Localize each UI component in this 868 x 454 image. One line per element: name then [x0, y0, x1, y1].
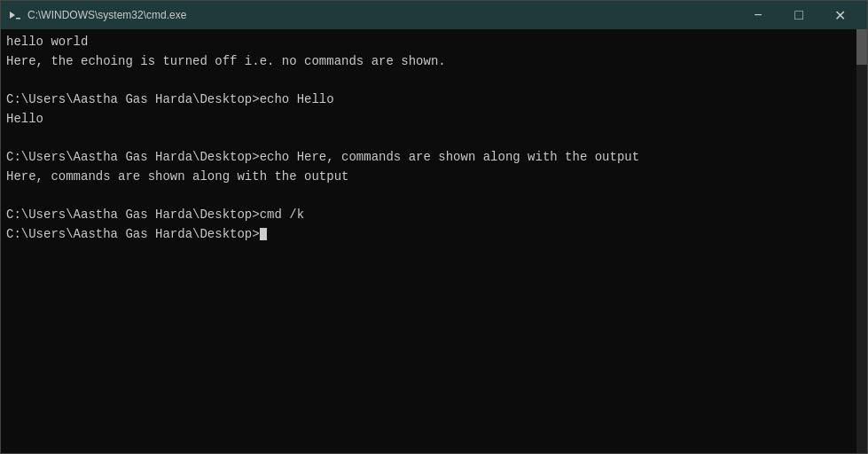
window-title: C:\WINDOWS\system32\cmd.exe — [27, 9, 738, 21]
scrollbar[interactable] — [856, 29, 867, 453]
cmd-window: C:\WINDOWS\system32\cmd.exe − □ ✕ hello … — [0, 0, 868, 454]
cmd-icon — [8, 8, 22, 22]
terminal-body[interactable]: hello world Here, the echoing is turned … — [1, 29, 867, 453]
terminal-line-4: C:\Users\Aastha Gas Harda\Desktop>echo H… — [6, 90, 849, 110]
svg-rect-2 — [16, 18, 20, 20]
terminal-line-1: hello world — [6, 33, 849, 52]
terminal-line-3 — [6, 71, 849, 90]
minimize-button[interactable]: − — [738, 1, 778, 29]
terminal-content: hello world Here, the echoing is turned … — [6, 33, 862, 245]
terminal-line-5: Hello — [6, 110, 849, 129]
title-bar: C:\WINDOWS\system32\cmd.exe − □ ✕ — [1, 1, 867, 29]
terminal-line-7: C:\Users\Aastha Gas Harda\Desktop>echo H… — [6, 148, 849, 168]
window-controls: − □ ✕ — [738, 1, 860, 29]
terminal-line-6 — [6, 129, 849, 148]
terminal-line-11: C:\Users\Aastha Gas Harda\Desktop> — [6, 225, 849, 245]
terminal-line-10: C:\Users\Aastha Gas Harda\Desktop>cmd /k — [6, 206, 849, 225]
terminal-line-9 — [6, 187, 849, 207]
scrollbar-thumb[interactable] — [856, 29, 867, 65]
close-button[interactable]: ✕ — [819, 1, 860, 29]
terminal-line-2: Here, the echoing is turned off i.e. no … — [6, 52, 849, 72]
maximize-button[interactable]: □ — [778, 1, 819, 29]
terminal-line-8: Here, commands are shown along with the … — [6, 168, 849, 187]
cursor — [260, 228, 267, 240]
